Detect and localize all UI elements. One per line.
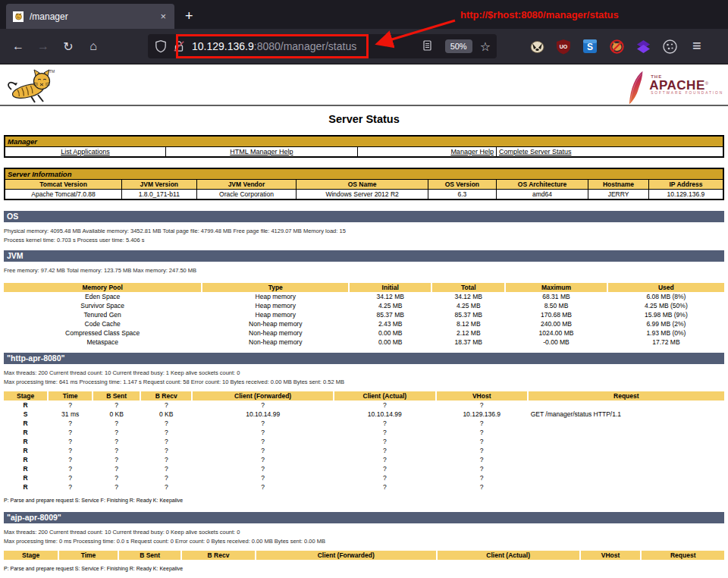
memory-cell: Heap memory: [202, 311, 348, 319]
request-cell: R: [4, 465, 47, 473]
column-header: Time: [59, 551, 118, 560]
apache-logo-subtitle: SOFTWARE FOUNDATION: [651, 92, 723, 96]
tm-mark: TM: [49, 69, 55, 74]
purple-layers-extension-icon[interactable]: [635, 38, 651, 55]
page-title: Server Status: [0, 113, 728, 125]
memory-cell: 170.68 MB: [506, 311, 607, 319]
request-cell: ?: [193, 438, 332, 446]
server-info-header-row: Tomcat VersionJVM VersionJVM VendorOS Na…: [5, 180, 723, 190]
ajp-stats-line2: Max processing time: 0 ms Processing tim…: [4, 537, 724, 546]
memory-cell: 17.72 MB: [608, 338, 724, 347]
cookie-extension-icon[interactable]: [661, 38, 678, 55]
svg-text:UO: UO: [560, 44, 568, 49]
os-stats: Physical memory: 4095.48 MB Available me…: [4, 227, 724, 244]
request-row: R??????: [4, 438, 724, 446]
reader-mode-icon[interactable]: [421, 39, 435, 53]
memory-cell: 6.99 MB (2%): [608, 320, 724, 328]
request-cell: ?: [437, 456, 527, 464]
memory-cell: Heap memory: [202, 293, 348, 301]
memory-cell: 4.25 MB (50%): [608, 302, 724, 310]
manager-links-row: List ApplicationsHTML Manager HelpManage…: [5, 147, 723, 158]
column-header: Memory Pool: [4, 283, 201, 292]
request-cell: ?: [141, 401, 191, 410]
request-cell: [529, 483, 724, 492]
request-cell: ?: [193, 401, 332, 410]
manager-link[interactable]: Manager Help: [450, 148, 494, 155]
column-header: B Recv: [141, 391, 191, 401]
back-button[interactable]: ←: [8, 39, 29, 53]
stage-legend-note: P: Parse and prepare request S: Service …: [4, 498, 724, 503]
column-header: OS Version: [428, 180, 496, 190]
request-cell: ?: [93, 429, 140, 437]
request-cell: ?: [49, 483, 92, 492]
tomcat-status-page: TM: [0, 64, 728, 578]
request-row: R??????: [4, 483, 724, 492]
column-header: OS Architecture: [496, 180, 588, 190]
tab-close-icon[interactable]: ×: [158, 11, 168, 22]
ublock-origin-extension-icon[interactable]: UO: [555, 38, 572, 55]
privacy-badger-extension-icon[interactable]: [529, 38, 545, 55]
tomcat-logo: TM: [5, 68, 65, 108]
request-cell: ?: [334, 429, 435, 437]
request-cell: ?: [93, 474, 140, 482]
request-cell: 10.129.136.9: [437, 410, 527, 419]
request-cell: ?: [93, 438, 140, 446]
memory-cell: Non-heap memory: [202, 329, 348, 338]
home-button[interactable]: ⌂: [83, 39, 104, 53]
apache-logo-registered: ®: [705, 81, 708, 86]
request-cell: ?: [193, 465, 332, 473]
browser-tab[interactable]: /manager ×: [6, 4, 174, 29]
manager-nav-table: Manager List ApplicationsHTML Manager He…: [4, 135, 724, 158]
shield-icon[interactable]: [154, 39, 168, 53]
ajp-connector-stats: Max threads: 200 Current thread count: 1…: [4, 528, 724, 545]
noscript-extension-icon[interactable]: S: [582, 38, 598, 55]
menu-hamburger-icon[interactable]: ≡: [692, 37, 701, 55]
memory-cell: 34.12 MB: [432, 293, 504, 301]
reload-button[interactable]: ↻: [58, 39, 79, 54]
request-cell: [529, 465, 724, 473]
request-cell: 31 ms: [49, 410, 92, 419]
request-cell: ?: [93, 401, 140, 410]
column-header: Initial: [350, 283, 431, 292]
request-cell: R: [4, 474, 47, 482]
new-tab-button[interactable]: +: [185, 8, 193, 24]
request-row: R??????: [4, 401, 724, 410]
manager-link[interactable]: Complete Server Status: [499, 148, 572, 155]
memory-row: Compressed Class SpaceNon-heap memory0.0…: [4, 329, 724, 338]
memory-cell: 2.12 MB: [432, 329, 504, 338]
zoom-level-indicator[interactable]: 50%: [445, 39, 472, 53]
request-cell: [529, 447, 724, 455]
request-cell: [529, 438, 724, 446]
request-cell: R: [4, 447, 47, 455]
request-row: S31 ms0 KB0 KB10.10.14.9910.10.14.9910.1…: [4, 410, 724, 419]
server-info-value: Windows Server 2012 R2: [297, 190, 428, 200]
blocked-fox-extension-icon[interactable]: [608, 38, 625, 55]
request-cell: ?: [141, 419, 191, 428]
request-cell: GET /manager/status HTTP/1.1: [529, 410, 724, 419]
memory-cell: 6.08 MB (8%): [608, 293, 724, 301]
column-header: Client (Forwarded): [256, 551, 436, 560]
request-cell: ?: [49, 429, 92, 437]
request-cell: ?: [49, 456, 92, 464]
bookmark-star-icon[interactable]: ☆: [480, 39, 491, 54]
manager-link[interactable]: HTML Manager Help: [230, 148, 293, 155]
forward-button[interactable]: →: [33, 39, 54, 53]
memory-cell: 8.12 MB: [432, 320, 504, 328]
url-bar[interactable]: 10.129.136.9:8080/manager/status 50% ☆: [148, 34, 497, 58]
memory-cell: 240.00 MB: [506, 320, 607, 328]
request-cell: R: [4, 483, 47, 492]
jvm-stats-line1: Free memory: 97.42 MB Total memory: 123.…: [4, 266, 724, 275]
request-cell: ?: [49, 401, 92, 410]
request-cell: ?: [93, 419, 140, 428]
url-text[interactable]: 10.129.136.9:8080/manager/status: [192, 40, 356, 52]
request-cell: ?: [93, 456, 140, 464]
column-header: Tomcat Version: [5, 180, 122, 190]
extension-icons: UO S: [529, 38, 688, 55]
insecure-lock-icon[interactable]: [172, 39, 186, 53]
manager-link[interactable]: List Applications: [61, 148, 110, 155]
server-info-title: Server Information: [5, 168, 723, 180]
memory-cell: 68.31 MB: [506, 293, 607, 301]
request-cell: ?: [334, 483, 435, 492]
memory-cell: 8.50 MB: [506, 302, 607, 310]
request-cell: ?: [437, 474, 527, 482]
